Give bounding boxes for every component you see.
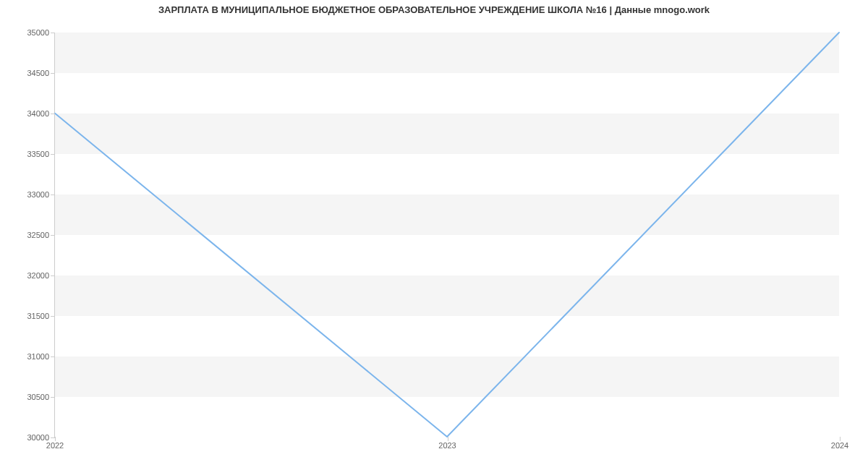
y-axis-tick-mark [51,195,55,195]
salary-series-line [55,33,839,437]
plot-area[interactable]: 3000030500310003150032000325003300033500… [54,33,839,437]
x-axis-tick-mark [55,437,56,441]
x-axis-tick-mark [840,437,841,441]
salary-line-chart: ЗАРПЛАТА В МУНИЦИПАЛЬНОЕ БЮДЖЕТНОЕ ОБРАЗ… [0,0,868,470]
y-axis-tick-mark [51,33,55,33]
y-axis-tick-mark [51,114,55,114]
line-layer [55,33,839,437]
y-axis-tick-mark [51,397,55,398]
y-axis-tick-mark [51,73,55,74]
chart-title: ЗАРПЛАТА В МУНИЦИПАЛЬНОЕ БЮДЖЕТНОЕ ОБРАЗ… [0,4,868,15]
y-axis-tick-mark [51,235,55,236]
x-axis-tick-mark [448,437,448,441]
y-axis-tick-mark [51,356,55,357]
y-axis-tick-mark [51,154,55,155]
y-axis-tick-mark [51,316,55,317]
y-axis-tick-mark [51,275,55,276]
